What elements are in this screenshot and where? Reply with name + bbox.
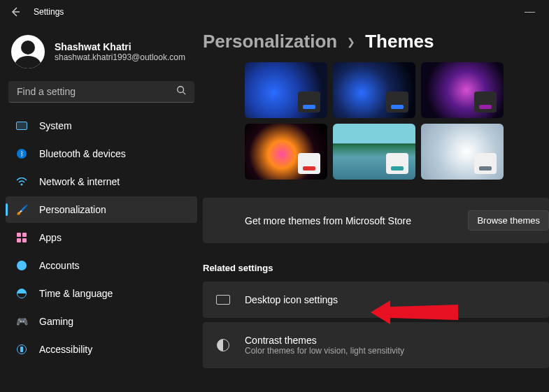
breadcrumb-current: Themes xyxy=(365,31,434,52)
row-title: Desktop icon settings xyxy=(245,294,338,305)
desktop-icon-settings-row[interactable]: Desktop icon settings xyxy=(203,282,549,318)
theme-tile[interactable] xyxy=(421,62,504,118)
nav-label: Accessibility xyxy=(39,344,92,355)
breadcrumb-parent[interactable]: Personalization xyxy=(203,31,337,52)
store-row: Get more themes from Microsoft Store Bro… xyxy=(203,198,549,243)
nav-time[interactable]: Time & language xyxy=(6,280,197,307)
theme-chip xyxy=(298,92,320,112)
nav-network[interactable]: Network & internet xyxy=(6,168,197,195)
back-button[interactable] xyxy=(6,2,25,22)
nav-apps[interactable]: Apps xyxy=(6,224,197,251)
nav-label: Accounts xyxy=(39,260,80,271)
nav-label: System xyxy=(39,120,72,131)
main-content: Personalization ❯ Themes Get more themes… xyxy=(203,24,549,392)
globe-icon xyxy=(15,287,28,300)
titlebar: Settings ── xyxy=(0,0,549,24)
nav-label: Time & language xyxy=(39,288,113,299)
svg-point-1 xyxy=(21,184,23,186)
nav-system[interactable]: System xyxy=(6,112,197,139)
nav-personalization[interactable]: 🖌️ Personalization xyxy=(6,196,197,223)
theme-chip xyxy=(298,153,320,174)
gamepad-icon: 🎮 xyxy=(15,315,28,328)
breadcrumb: Personalization ❯ Themes xyxy=(203,28,549,62)
row-subtitle: Color themes for low vision, light sensi… xyxy=(245,346,404,356)
chevron-right-icon: ❯ xyxy=(347,36,355,48)
window-title: Settings xyxy=(34,7,64,17)
contrast-icon xyxy=(215,339,231,351)
theme-tile[interactable] xyxy=(421,124,504,180)
theme-chip xyxy=(474,92,497,112)
related-settings-heading: Related settings xyxy=(203,263,549,273)
user-email: shashwat.khatri1993@outlook.com xyxy=(55,52,185,62)
desktop-icon xyxy=(215,295,231,305)
nav-label: Network & internet xyxy=(39,176,120,187)
theme-tile[interactable] xyxy=(333,124,415,180)
accessibility-icon xyxy=(15,343,28,356)
nav-bluetooth[interactable]: ᛒ Bluetooth & devices xyxy=(6,140,197,167)
apps-icon xyxy=(15,231,28,244)
minimize-button[interactable]: ── xyxy=(525,7,534,17)
nav-gaming[interactable]: 🎮 Gaming xyxy=(6,308,197,335)
theme-chip xyxy=(474,153,497,174)
theme-tile[interactable] xyxy=(245,62,327,118)
contrast-themes-row[interactable]: Contrast themes Color themes for low vis… xyxy=(203,322,549,368)
theme-chip xyxy=(386,153,408,174)
nav-label: Gaming xyxy=(39,316,73,327)
nav-label: Bluetooth & devices xyxy=(39,148,126,159)
browse-themes-button[interactable]: Browse themes xyxy=(468,210,549,231)
nav-list: System ᛒ Bluetooth & devices Network & i… xyxy=(6,112,197,363)
sidebar: Shashwat Khatri shashwat.khatri1993@outl… xyxy=(0,24,203,392)
user-name: Shashwat Khatri xyxy=(55,41,185,52)
nav-accessibility[interactable]: Accessibility xyxy=(6,336,197,363)
avatar xyxy=(11,35,45,68)
user-profile[interactable]: Shashwat Khatri shashwat.khatri1993@outl… xyxy=(6,31,197,78)
nav-accounts[interactable]: Accounts xyxy=(6,252,197,279)
monitor-icon xyxy=(15,119,28,132)
theme-tile[interactable] xyxy=(333,62,415,118)
bluetooth-icon: ᛒ xyxy=(15,147,28,160)
wifi-icon xyxy=(15,175,28,188)
row-title: Contrast themes xyxy=(245,335,404,346)
nav-label: Apps xyxy=(39,232,62,243)
themes-grid xyxy=(203,62,549,180)
search-input[interactable]: Find a setting xyxy=(8,81,194,103)
search-placeholder: Find a setting xyxy=(17,86,176,97)
theme-tile[interactable] xyxy=(245,124,327,180)
theme-chip xyxy=(386,92,408,112)
search-icon xyxy=(176,85,186,98)
store-text: Get more themes from Microsoft Store xyxy=(245,215,468,226)
paintbrush-icon: 🖌️ xyxy=(15,203,28,216)
svg-point-0 xyxy=(178,87,184,93)
person-icon xyxy=(15,259,28,272)
nav-label: Personalization xyxy=(39,204,106,215)
